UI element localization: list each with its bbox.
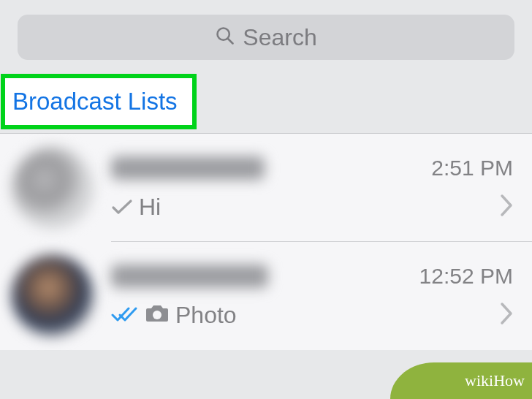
broadcast-lists-link[interactable]: Broadcast Lists: [12, 88, 178, 115]
chat-body: 2:51 PM Hi: [111, 156, 519, 221]
search-placeholder: Search: [243, 24, 316, 51]
message-text: Hi: [139, 194, 161, 221]
chat-row[interactable]: 12:52 PM Photo: [0, 242, 532, 350]
chat-row[interactable]: 2:51 PM Hi: [0, 134, 532, 242]
contact-name-blurred: [111, 156, 265, 180]
chat-body: 12:52 PM Photo: [111, 264, 519, 329]
svg-point-2: [153, 311, 162, 319]
avatar: [12, 255, 94, 337]
avatar: [12, 147, 94, 229]
highlight-broadcast: Broadcast Lists: [1, 74, 197, 129]
camera-icon: [145, 302, 170, 329]
chevron-right-icon: [500, 194, 513, 220]
svg-line-1: [228, 39, 233, 44]
check-read-icon: [111, 302, 139, 329]
timestamp: 2:51 PM: [431, 156, 513, 180]
message-preview: Hi: [111, 194, 161, 221]
contact-name-blurred: [111, 265, 268, 288]
chevron-right-icon: [500, 302, 513, 328]
search-icon: [215, 26, 235, 49]
search-bar[interactable]: Search: [18, 15, 514, 60]
message-text: Photo: [175, 302, 237, 329]
chat-list: 2:51 PM Hi 12:52 PM: [0, 133, 532, 350]
wikihow-badge: wikiHow: [390, 362, 532, 399]
timestamp: 12:52 PM: [419, 264, 513, 289]
check-sent-icon: [111, 198, 133, 216]
message-preview: Photo: [111, 302, 237, 329]
actions-row: Broadcast Lists New Group: [0, 75, 532, 133]
wikihow-text: wikiHow: [465, 362, 532, 399]
